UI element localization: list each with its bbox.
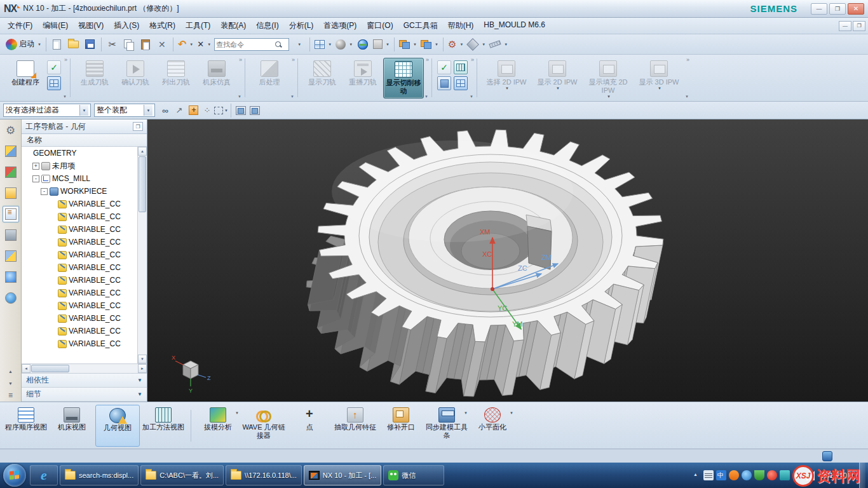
menu-item[interactable]: 编辑(E): [37, 18, 73, 33]
navigator-section[interactable]: 细节: [22, 388, 147, 402]
group-dropdown-icon[interactable]: [63, 95, 67, 98]
menu-item[interactable]: 分析(L): [284, 18, 319, 33]
select-from-list-button[interactable]: [172, 104, 186, 118]
tree-node[interactable]: GEOMETRY: [22, 147, 137, 159]
snap-plus-button[interactable]: [186, 104, 200, 118]
bottom-toolbar-button[interactable]: 小平面化: [470, 405, 515, 447]
render-style-button[interactable]: [334, 36, 355, 53]
erase-button[interactable]: [195, 36, 213, 53]
taskbar-app-button[interactable]: 微信: [383, 465, 444, 485]
list-toolpath-button[interactable]: 列出刀轨: [156, 58, 196, 98]
bottom-toolbar-button[interactable]: 机床视图: [50, 405, 94, 447]
shaded-cube-button[interactable]: [234, 104, 248, 118]
scroll-right-icon[interactable]: [138, 364, 147, 373]
tree-node[interactable]: - MCS_MILL: [22, 172, 137, 185]
navigator-section[interactable]: 相依性: [22, 374, 147, 388]
menu-item[interactable]: 插入(S): [109, 18, 144, 33]
antivirus-icon[interactable]: [767, 470, 777, 480]
tree-node[interactable]: VARIABLE_CC: [22, 236, 137, 248]
tree-node[interactable]: VARIABLE_CC: [22, 223, 137, 236]
selection-scope-combo[interactable]: 整个装配: [94, 104, 155, 117]
scroll-left-icon[interactable]: [22, 364, 31, 373]
constraint-navigator-icon[interactable]: [3, 164, 19, 180]
search-icon[interactable]: [275, 41, 282, 48]
taskbar-app-button[interactable]: \\172.16.0.118\...: [226, 465, 302, 485]
web-browser-icon[interactable]: [3, 290, 19, 306]
copy-button[interactable]: [121, 36, 137, 53]
taskbar-app-button[interactable]: NX 10 - 加工 - [...: [304, 465, 381, 485]
tree-node[interactable]: VARIABLE_CC: [22, 248, 137, 261]
show-filled-2d-ipw-button[interactable]: 显示填充 2D IPW: [583, 58, 634, 98]
bottom-toolbar-button[interactable]: 程序顺序视图: [4, 405, 48, 447]
menu-item[interactable]: 帮助(H): [443, 18, 479, 33]
group-dropdown-icon[interactable]: [238, 95, 241, 98]
tree-expander[interactable]: -: [32, 175, 39, 182]
preferences-button[interactable]: [446, 36, 465, 53]
create-tool-icon[interactable]: [47, 76, 61, 90]
assembly-navigator-icon[interactable]: [3, 143, 19, 159]
tree-node[interactable]: - WORKPIECE: [22, 185, 137, 198]
panel-undock-icon[interactable]: [133, 122, 143, 131]
strip-menu-icon[interactable]: [4, 391, 17, 399]
horizontal-scrollbar-thumb[interactable]: [31, 365, 69, 372]
display-check-icon[interactable]: [437, 60, 451, 74]
undo-button[interactable]: [176, 36, 195, 53]
taskbar-app-button[interactable]: C:\ABC\一看。刘...: [140, 465, 224, 485]
tree-horizontal-scrollbar[interactable]: [22, 363, 147, 373]
hd3d-tools-icon[interactable]: [3, 269, 19, 285]
tree-vertical-scrollbar[interactable]: [137, 147, 147, 363]
close-button[interactable]: [848, 3, 864, 15]
tree-expander[interactable]: +: [32, 163, 39, 170]
menu-item[interactable]: 首选项(P): [318, 18, 362, 33]
preferences-gear-icon[interactable]: [3, 122, 19, 139]
menu-item[interactable]: 格式(R): [144, 18, 180, 33]
show-cutting-moves-button[interactable]: 显示切削移动: [383, 58, 424, 98]
show-toolpath-button[interactable]: 显示刀轨: [302, 58, 342, 98]
tree-node[interactable]: VARIABLE_CC: [22, 210, 137, 223]
menu-item[interactable]: 视图(V): [73, 18, 109, 33]
graphics-viewport[interactable]: XM XC ZC ZM YC YM X Y Z: [147, 119, 868, 402]
operation-navigator-icon[interactable]: [3, 206, 19, 222]
paste-button[interactable]: [137, 36, 154, 53]
bottom-toolbar-button[interactable]: 修补开口: [379, 405, 423, 447]
true-shading-button[interactable]: [355, 36, 371, 53]
new-file-button[interactable]: [49, 36, 65, 53]
verify-toolpath-button[interactable]: 确认刀轨: [115, 58, 156, 98]
background-button[interactable]: [371, 36, 391, 53]
save-button[interactable]: [82, 36, 98, 53]
menu-item[interactable]: 窗口(O): [362, 18, 398, 33]
show-part-icon[interactable]: [454, 60, 468, 74]
start-button[interactable]: [3, 464, 26, 487]
window-layout-button[interactable]: [313, 36, 334, 53]
strip-scroll-down-icon[interactable]: [4, 379, 17, 387]
delete-button[interactable]: [154, 36, 170, 53]
ime-icon[interactable]: [716, 470, 726, 480]
menu-item[interactable]: HB_MOULD M6.6: [478, 18, 550, 33]
input-method-icon[interactable]: [729, 470, 739, 480]
rectangle-select-button[interactable]: [214, 104, 228, 118]
tree-node[interactable]: VARIABLE_CC: [22, 299, 137, 312]
chevron-down-icon[interactable]: [137, 391, 142, 397]
combo-arrow-icon[interactable]: [144, 105, 153, 116]
wireframe-cube-button[interactable]: [248, 104, 262, 118]
menu-item[interactable]: GC工具箱: [398, 18, 443, 33]
machine-simulation-button[interactable]: 机床仿真: [196, 58, 237, 98]
child-minimize-button[interactable]: [839, 21, 851, 31]
group-dropdown-icon[interactable]: [290, 95, 294, 98]
create-program-button[interactable]: 创建程序: [5, 58, 46, 98]
part-navigator-icon[interactable]: [3, 185, 19, 201]
group-dropdown-icon[interactable]: [424, 95, 428, 98]
tree-node[interactable]: VARIABLE_CC: [22, 312, 137, 325]
postprocess-button[interactable]: 后处理: [249, 58, 290, 98]
qq-icon[interactable]: [742, 470, 752, 480]
start-button[interactable]: 启动: [4, 36, 43, 53]
keyboard-icon[interactable]: [703, 470, 714, 480]
bottom-toolbar-button[interactable]: 抽取几何特征: [333, 405, 377, 447]
bottom-toolbar-button[interactable]: 加工方法视图: [141, 405, 186, 447]
point-method-button[interactable]: [200, 104, 214, 118]
internet-explorer-button[interactable]: [30, 465, 58, 485]
replay-toolpath-button[interactable]: 重播刀轨: [342, 58, 383, 98]
machine-tool-navigator-icon[interactable]: [3, 227, 19, 243]
reuse-library-icon[interactable]: [3, 248, 19, 264]
menu-item[interactable]: 信息(I): [251, 18, 283, 33]
